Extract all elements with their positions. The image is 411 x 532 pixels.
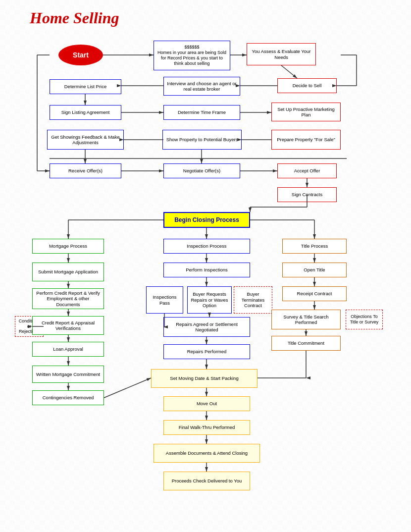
showings-box: Get Showings Feedback & Make Adjustments <box>47 130 124 150</box>
decide-box: Decide to Sell <box>277 78 337 93</box>
determine-list-box: Determine List Price <box>50 79 121 94</box>
buyer-requests-box: Buyer Requests Repairs or Waves Option <box>187 286 232 314</box>
receipt-contract-box: Receipt Contract <box>282 286 347 301</box>
page-title: Home Selling <box>30 9 119 27</box>
setup-marketing-box: Set Up Proactive Marketing Plan <box>271 103 341 121</box>
survey-title-box: Survey & Title Search Performed <box>271 310 341 329</box>
negotiate-offer-box: Negotiate Offer(s) <box>163 163 240 178</box>
credit-appraisal-box: Credit Report & Appraisal Verifications <box>32 316 104 335</box>
determine-time-box: Determine Time Frame <box>163 105 240 120</box>
loan-approval-box: Loan Approval <box>32 342 104 357</box>
prepare-property-box: Prepare Property "For Sale" <box>271 130 341 150</box>
interview-box: Interview and choose an agent or real es… <box>163 77 240 96</box>
inspections-pass-box: Inspections Pass <box>146 286 183 314</box>
set-moving-box: Set Moving Date & Start Packing <box>151 369 257 388</box>
sign-listing-box: Sign Listing Agreement <box>50 105 121 120</box>
start-node: Start <box>58 45 103 65</box>
repairs-agreed-box: Repairs Agreed or Settlement Negotiated <box>163 317 250 337</box>
show-property-box: Show Property to Potential Buyers <box>162 130 242 150</box>
begin-closing-box: Begin Closing Process <box>163 212 250 228</box>
contingencies-box: Contingencies Removed <box>32 390 104 405</box>
svg-line-44 <box>104 378 151 398</box>
accept-offer-box: Accept Offer <box>277 163 337 178</box>
perform-inspections-box: Perform Inspections <box>163 263 250 277</box>
title-process-box: Title Process <box>282 239 347 254</box>
buyer-terminates-box: Buyer Terminates Contract <box>234 286 272 314</box>
written-mortgage-box: Written Mortgage Commitment <box>32 366 104 383</box>
mortgage-process-box: Mortgage Process <box>32 239 104 254</box>
proceeds-check-box: Proceeds Check Delivered to You <box>163 472 250 490</box>
objections-box: Objections To Title or Survey <box>346 310 383 329</box>
receive-offer-box: Receive Offer(s) <box>50 163 121 178</box>
assemble-doc-box: Assemble Documents & Attend Closing <box>154 444 260 463</box>
svg-line-4 <box>281 65 297 78</box>
credit-report-box: Perform Credit Report & Verify Employmen… <box>32 288 104 309</box>
sign-contracts-box: Sign Contracts <box>277 187 337 202</box>
final-walk-box: Final Walk-Thru Performed <box>163 420 250 435</box>
move-out-box: Move Out <box>163 396 250 411</box>
inspection-process-box: Inspection Process <box>163 239 250 254</box>
open-title-box: Open Title <box>282 263 347 277</box>
assess-box: You Assess & Evaluate Your Needs <box>247 43 316 65</box>
repairs-performed-box: Repairs Performed <box>163 344 250 359</box>
title-commitment-box: Title Commitment <box>271 336 341 351</box>
submit-mortgage-box: Submit Mortgage Application <box>32 263 104 281</box>
trigger-box: $$$$$$ Homes in your area are being Sold… <box>154 41 230 70</box>
